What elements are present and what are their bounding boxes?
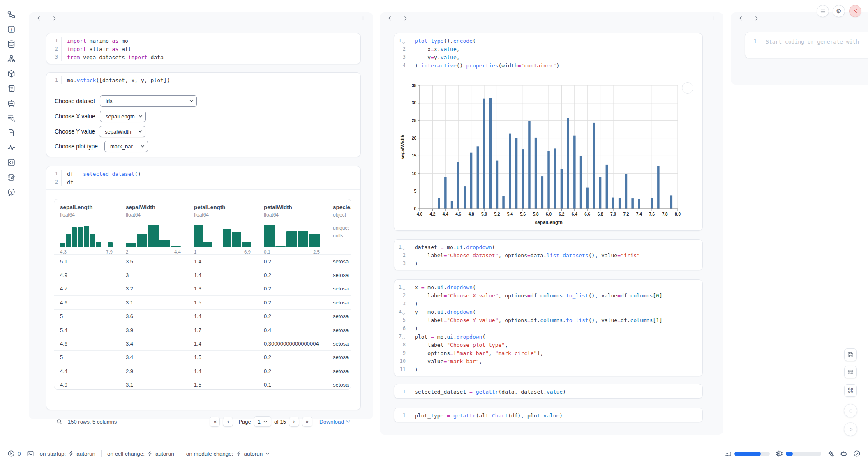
table-row[interactable]: 4.73.21.30.2setosa (54, 282, 351, 295)
code-line[interactable]: y=y.value, (409, 54, 460, 60)
stop-button[interactable] (844, 404, 857, 417)
code-cell-dataframe[interactable]: 1df = selected_dataset()2df sepalLengthf… (46, 166, 361, 410)
code-line[interactable]: import altair as alt (62, 46, 132, 52)
activity-icon[interactable] (7, 143, 16, 152)
dependency-graph-icon[interactable] (7, 54, 16, 64)
column-forward-button[interactable] (753, 15, 760, 22)
altair-bar-chart[interactable]: 4.04.24.44.64.85.05.25.45.65.86.06.26.46… (398, 75, 686, 230)
code-cell-xy-dropdowns[interactable]: 1x = mo.ui.dropdown(2 label="Choose X va… (394, 279, 703, 376)
code-editor[interactable]: 1mo.vstack([dataset, x, y, plot]) (46, 73, 360, 88)
code-line[interactable]: dataset = mo.ui.dropdown( (409, 244, 495, 250)
run-config-on-cell-change-[interactable]: on cell change:autorun (107, 451, 174, 457)
code-line[interactable]: ) (409, 301, 418, 307)
sparkles-icon[interactable] (827, 450, 834, 457)
code-editor[interactable]: 1import marimo as mo2import altair as al… (46, 33, 360, 65)
code-line[interactable]: label="Choose plot type", (409, 342, 508, 348)
package-icon[interactable] (7, 69, 16, 78)
code-line[interactable]: ) (409, 366, 418, 373)
save-button[interactable] (844, 348, 857, 361)
code-line[interactable]: import marimo as mo (62, 38, 128, 44)
document-icon[interactable] (7, 128, 16, 138)
download-button[interactable]: Download (319, 419, 351, 425)
robot-icon[interactable] (840, 450, 847, 457)
table-row[interactable]: 4.63.41.40.30000000000000004setosa (54, 337, 351, 350)
run-config-on-module-change-[interactable]: on module change:autorun (186, 451, 270, 457)
table-row[interactable]: 4.63.11.50.2setosa (54, 295, 351, 309)
code-line[interactable]: plot = mo.ui.dropdown( (409, 334, 485, 340)
code-line[interactable]: df = selected_dataset() (62, 171, 141, 177)
fold-icon[interactable] (402, 287, 406, 290)
scratchpad-icon[interactable] (7, 173, 16, 182)
code-line[interactable]: plot_type().encode( (409, 38, 476, 44)
code-line[interactable]: options=["mark_bar", "mark_circle"], (409, 350, 543, 356)
run-button[interactable] (844, 422, 857, 436)
layout-button[interactable] (844, 366, 857, 378)
file-tree-icon[interactable] (7, 10, 16, 19)
dropdown-choose-dataset[interactable]: iris (100, 95, 197, 107)
add-cell-button[interactable] (710, 15, 717, 22)
search-list-icon[interactable] (7, 113, 16, 123)
code-line[interactable]: df (62, 179, 74, 185)
dropdown-choose-y-value[interactable]: sepalWidth (99, 126, 145, 137)
code-line[interactable]: value="mark_bar", (409, 358, 482, 364)
code-cell-empty[interactable]: 1 Start coding or generate with (745, 32, 868, 58)
error-count[interactable]: 0 (7, 450, 21, 457)
prev-page-button[interactable]: ‹ (223, 417, 233, 427)
code-cell-imports[interactable]: 1import marimo as mo2import altair as al… (46, 33, 361, 64)
column-header-sepalWidth[interactable]: sepalWidthfloat6424.4 (120, 204, 188, 254)
table-row[interactable]: 4.93.11.50.1setosa (54, 378, 351, 390)
code-cell-selected-dataset[interactable]: 1selected_dataset = getattr(data, datase… (394, 384, 703, 399)
table-row[interactable]: 4.42.91.40.2setosa (54, 364, 351, 378)
code-editor[interactable]: 1selected_dataset = getattr(data, datase… (394, 384, 702, 399)
column-back-button[interactable] (386, 15, 393, 22)
function-icon[interactable]: f (7, 25, 16, 34)
code-line[interactable]: mo.vstack([dataset, x, y, plot]) (62, 77, 170, 83)
code-editor[interactable]: 1df = selected_dataset()2df (46, 166, 360, 189)
page-select[interactable]: 1 (254, 416, 271, 427)
column-header-sepalLength[interactable]: sepalLengthfloat644.37.9 (54, 204, 120, 254)
code-cell-plot-type[interactable]: 1plot_type = getattr(alt.Chart(df), plot… (394, 408, 703, 422)
code-cell-plot[interactable]: 1plot_type().encode(2 x=x.value,3 y=y.va… (394, 33, 703, 231)
column-forward-button[interactable] (402, 15, 409, 22)
code-line[interactable]: ).interactive().properties(width="contai… (409, 62, 559, 69)
code-line[interactable]: x = mo.ui.dropdown( (409, 284, 476, 290)
table-row[interactable]: 4.931.40.2setosa (54, 268, 351, 281)
notebook-menu-button[interactable] (817, 5, 829, 17)
chart-menu-button[interactable] (682, 82, 693, 94)
search-icon[interactable] (56, 418, 62, 425)
shutdown-button[interactable] (849, 5, 861, 17)
code-editor[interactable]: 1plot_type().encode(2 x=x.value,3 y=y.va… (394, 33, 702, 73)
column-header-petalWidth[interactable]: petalWidthfloat640.12.5 (258, 204, 327, 254)
dropdown-choose-x-value[interactable]: sepalLength (100, 111, 146, 122)
last-page-button[interactable]: » (302, 417, 312, 427)
fold-icon[interactable] (402, 336, 406, 340)
check-circle-icon[interactable] (853, 450, 861, 457)
run-config-on-startup-[interactable]: on startup:autorun (40, 451, 96, 457)
column-back-button[interactable] (35, 15, 42, 22)
code-snippet-icon[interactable] (7, 158, 16, 167)
settings-button[interactable]: ⚙ (833, 5, 845, 17)
script-icon[interactable] (7, 84, 16, 93)
code-line[interactable]: ) (409, 260, 418, 267)
code-line[interactable]: y = mo.ui.dropdown( (409, 309, 476, 315)
table-row[interactable]: 53.61.40.2setosa (54, 309, 351, 323)
fold-icon[interactable] (402, 40, 406, 44)
code-line[interactable]: selected_dataset = getattr(data, dataset… (409, 389, 566, 395)
code-cell-dataset-dropdown[interactable]: 1dataset = mo.ui.dropdown(2 label="Choos… (394, 239, 703, 270)
code-line[interactable]: ) (409, 325, 418, 332)
chat-bot-icon[interactable] (7, 99, 16, 108)
table-row[interactable]: 5.13.51.40.2setosa (54, 254, 351, 268)
code-line[interactable]: label="Choose X value", options=df.colum… (409, 293, 663, 299)
code-editor[interactable]: 1dataset = mo.ui.dropdown(2 label="Choos… (394, 240, 702, 271)
column-header-petalLength[interactable]: petalLengthfloat6416.9 (188, 204, 258, 254)
code-editor[interactable]: 1plot_type = getattr(alt.Chart(df), plot… (394, 408, 702, 423)
shortcuts-button[interactable]: ⌘ (844, 384, 857, 397)
code-editor[interactable]: 1x = mo.ui.dropdown(2 label="Choose X va… (394, 280, 702, 377)
help-icon[interactable]: ? (7, 187, 16, 197)
code-placeholder[interactable]: Start coding or generate with (760, 39, 859, 45)
dropdown-choose-plot-type[interactable]: mark_bar (104, 141, 148, 152)
add-cell-button[interactable] (360, 15, 367, 22)
terminal-icon[interactable] (27, 450, 34, 457)
fold-icon[interactable] (402, 247, 406, 250)
code-cell-vstack[interactable]: 1mo.vstack([dataset, x, y, plot]) Choose… (46, 72, 361, 157)
